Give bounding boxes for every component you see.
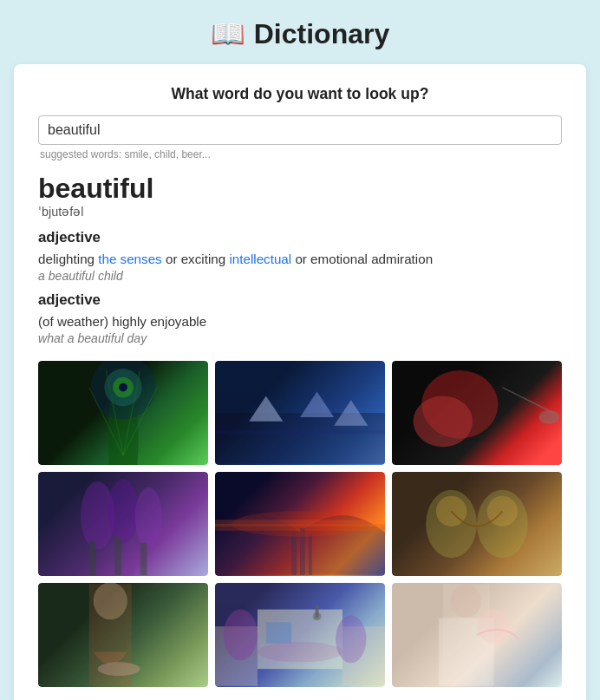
svg-point-26 [232,511,368,536]
svg-rect-42 [316,605,319,618]
image-grid [38,361,562,687]
phonetic-text: ˈbjutəfəl [38,205,562,219]
book-icon: 📖 [211,17,245,50]
image-1 [38,361,208,465]
image-3 [392,361,562,465]
page-title: Dictionary [254,18,389,50]
def1-middle: or exciting [162,252,230,266]
svg-point-16 [108,479,138,543]
svg-rect-35 [266,622,291,644]
svg-point-46 [477,610,511,644]
svg-point-17 [135,487,162,547]
def1-after: or emotional admiration [291,252,433,266]
def1-before: delighting [38,252,98,266]
image-5 [215,472,385,576]
svg-point-32 [94,583,127,619]
word-title: beautiful [38,173,562,205]
image-4 [38,472,208,576]
image-8 [215,583,385,687]
svg-point-44 [451,584,481,618]
page-header: 📖 Dictionary [211,17,389,50]
svg-point-38 [258,642,342,663]
image-6 [392,472,562,576]
image-9 [392,583,562,687]
def1-highlight2: intellectual [229,252,291,266]
example-text-2: what a beautiful day [38,331,562,345]
svg-line-13 [502,388,553,413]
prompt-text: What word do you want to look up? [38,85,562,103]
svg-point-40 [336,615,366,663]
svg-rect-25 [309,534,312,575]
definition-block-1: adjective delighting the senses or excit… [38,229,562,283]
svg-rect-23 [291,533,297,575]
definition-text-2: (of weather) highly enjoyable [38,314,562,329]
suggestions-text: suggested words: smile, child, beer... [40,148,562,160]
image-2 [215,361,385,465]
svg-point-4 [119,383,127,392]
svg-rect-10 [215,430,385,435]
svg-point-33 [98,662,140,676]
part-of-speech-1: adjective [38,229,562,246]
part-of-speech-2: adjective [38,291,562,309]
definition-text-1: delighting the senses or exciting intell… [38,252,562,266]
main-card: What word do you want to look up? beauti… [14,64,586,700]
svg-point-39 [224,610,258,661]
svg-rect-18 [89,541,96,575]
svg-point-14 [539,410,560,424]
example-text-1: a beautiful child [38,269,562,283]
def1-highlight1: the senses [98,252,161,266]
svg-point-12 [414,396,473,447]
search-input[interactable]: beautiful [38,115,562,145]
image-7 [38,583,208,687]
definition-block-2: adjective (of weather) highly enjoyable … [38,291,562,345]
svg-rect-19 [114,537,121,575]
svg-rect-20 [140,543,147,575]
